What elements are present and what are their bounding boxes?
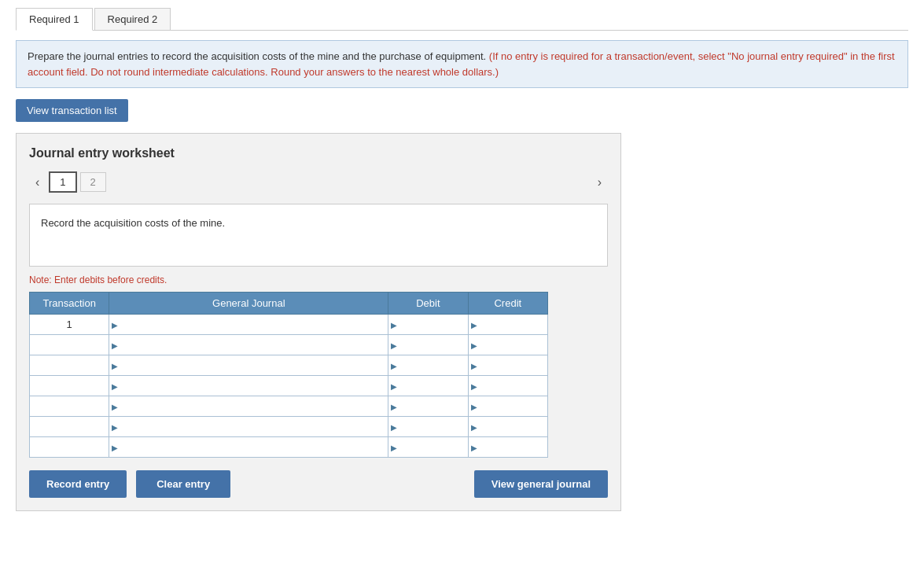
journal-table: Transaction General Journal Debit Credit…	[29, 292, 548, 458]
debit-input-1[interactable]	[388, 315, 467, 334]
table-row	[30, 437, 548, 458]
transaction-cell-3	[30, 355, 109, 376]
debit-input-4[interactable]	[388, 376, 467, 396]
page-1-button[interactable]: 1	[49, 171, 76, 193]
table-row	[30, 355, 548, 376]
credit-input-6[interactable]	[469, 417, 547, 436]
debit-cell-4[interactable]	[388, 376, 468, 396]
table-row	[30, 376, 548, 396]
debit-cell-2[interactable]	[388, 335, 468, 355]
next-page-arrow[interactable]: ›	[591, 174, 608, 191]
prev-page-arrow[interactable]: ‹	[29, 174, 46, 191]
description-text: Record the acquisition costs of the mine…	[41, 217, 225, 229]
buttons-row: Record entry Clear entry View general jo…	[29, 470, 608, 498]
journal-cell-3[interactable]	[109, 355, 388, 376]
journal-input-4[interactable]	[109, 376, 388, 396]
credit-input-4[interactable]	[469, 376, 547, 396]
debit-cell-5[interactable]	[388, 396, 468, 417]
tab-required-1[interactable]: Required 1	[16, 8, 93, 31]
note-text: Note: Enter debits before credits.	[29, 274, 608, 285]
journal-cell-7[interactable]	[109, 437, 388, 458]
credit-cell-6[interactable]	[468, 417, 547, 437]
credit-cell-3[interactable]	[468, 355, 547, 376]
tabs-container: Required 1 Required 2	[16, 8, 908, 31]
debit-input-2[interactable]	[388, 335, 467, 355]
table-row: 1	[30, 315, 548, 335]
worksheet-title: Journal entry worksheet	[29, 146, 608, 160]
debit-cell-6[interactable]	[388, 417, 468, 437]
journal-cell-5[interactable]	[109, 396, 388, 417]
table-row	[30, 396, 548, 417]
journal-input-5[interactable]	[109, 396, 388, 416]
debit-input-6[interactable]	[388, 417, 467, 436]
view-transaction-button[interactable]: View transaction list	[16, 99, 128, 122]
header-transaction: Transaction	[30, 293, 109, 315]
header-debit: Debit	[388, 293, 468, 315]
debit-input-5[interactable]	[388, 396, 467, 416]
clear-entry-button[interactable]: Clear entry	[136, 470, 230, 498]
table-row	[30, 417, 548, 437]
record-entry-button[interactable]: Record entry	[29, 470, 127, 498]
transaction-cell-1: 1	[30, 315, 109, 335]
page-2-button[interactable]: 2	[80, 172, 106, 192]
journal-cell-6[interactable]	[109, 417, 388, 437]
credit-cell-4[interactable]	[468, 376, 547, 396]
credit-input-1[interactable]	[469, 315, 547, 334]
journal-input-7[interactable]	[109, 437, 388, 457]
transaction-cell-7	[30, 437, 109, 458]
credit-input-5[interactable]	[469, 396, 547, 416]
tab-required-2[interactable]: Required 2	[94, 8, 171, 30]
transaction-cell-5	[30, 396, 109, 417]
header-general-journal: General Journal	[109, 293, 388, 315]
journal-input-3[interactable]	[109, 355, 388, 375]
description-box: Record the acquisition costs of the mine…	[29, 204, 608, 267]
journal-input-1[interactable]	[109, 315, 388, 334]
debit-cell-1[interactable]	[388, 315, 468, 335]
info-text-main: Prepare the journal entries to record th…	[28, 50, 486, 62]
view-general-journal-button[interactable]: View general journal	[474, 470, 608, 498]
worksheet-container: Journal entry worksheet ‹ 1 2 › Record t…	[16, 133, 621, 511]
credit-input-2[interactable]	[469, 335, 547, 355]
debit-input-3[interactable]	[388, 355, 467, 375]
journal-input-6[interactable]	[109, 417, 388, 436]
table-row	[30, 335, 548, 355]
pagination: ‹ 1 2 ›	[29, 171, 608, 193]
info-box: Prepare the journal entries to record th…	[16, 40, 908, 88]
credit-cell-2[interactable]	[468, 335, 547, 355]
journal-cell-1[interactable]	[109, 315, 388, 335]
debit-cell-7[interactable]	[388, 437, 468, 458]
transaction-cell-4	[30, 376, 109, 396]
credit-input-7[interactable]	[469, 437, 547, 457]
credit-cell-5[interactable]	[468, 396, 547, 417]
debit-input-7[interactable]	[388, 437, 467, 457]
credit-cell-7[interactable]	[468, 437, 547, 458]
journal-cell-4[interactable]	[109, 376, 388, 396]
debit-cell-3[interactable]	[388, 355, 468, 376]
journal-cell-2[interactable]	[109, 335, 388, 355]
transaction-cell-6	[30, 417, 109, 437]
header-credit: Credit	[468, 293, 547, 315]
credit-cell-1[interactable]	[468, 315, 547, 335]
transaction-cell-2	[30, 335, 109, 355]
credit-input-3[interactable]	[469, 355, 547, 375]
journal-input-2[interactable]	[109, 335, 388, 355]
